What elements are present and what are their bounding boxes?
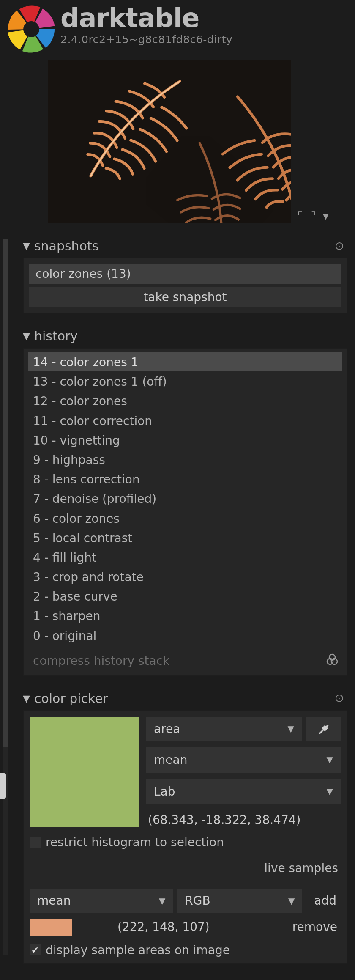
reset-icon[interactable] <box>336 242 343 250</box>
history-item[interactable]: 11 - color correction <box>28 411 342 430</box>
restrict-histogram-checkbox[interactable] <box>30 837 41 848</box>
color-picker-panel: area ▼ mean ▼ Lab ▼ ( <box>23 710 347 964</box>
chevron-down-icon: ▼ <box>288 724 294 734</box>
live-space-value: RGB <box>185 894 210 908</box>
history-header[interactable]: ▼ history <box>13 326 347 348</box>
history-title: history <box>34 329 78 343</box>
restrict-histogram-label: restrict histogram to selection <box>46 835 224 849</box>
picker-space-select[interactable]: Lab ▼ <box>146 779 341 804</box>
app-header: darktable 2.4.0rc2+15~g8c81fd8c6-dirty <box>0 0 355 58</box>
svg-point-0 <box>23 21 39 37</box>
live-sample-add-button[interactable]: add <box>306 894 341 908</box>
display-areas-label: display sample areas on image <box>46 943 230 957</box>
chevron-down-icon: ▼ <box>23 693 30 704</box>
preview-fullscreen-icon[interactable]: ⌜ ⌝ <box>298 210 319 222</box>
picker-mode-select[interactable]: area ▼ <box>146 717 302 741</box>
color-picker-header[interactable]: ▼ color picker <box>13 689 347 710</box>
picker-stat-value: mean <box>154 753 187 767</box>
history-item[interactable]: 14 - color zones 1 <box>28 352 342 371</box>
history-item[interactable]: 5 - local contrast <box>28 528 342 547</box>
app-title: darktable <box>60 5 232 31</box>
live-sample-swatch <box>30 919 72 936</box>
picked-color-swatch <box>30 717 139 827</box>
image-preview[interactable] <box>48 60 291 223</box>
preview-collapse-icon[interactable]: ▾ <box>323 210 328 222</box>
snapshots-header[interactable]: ▼ snapshots <box>13 236 347 258</box>
history-item[interactable]: 13 - color zones 1 (off) <box>28 371 342 391</box>
chevron-down-icon: ▼ <box>159 896 165 906</box>
snapshot-item[interactable]: color zones (13) <box>29 264 341 284</box>
side-expand-handle[interactable] <box>0 773 6 799</box>
snapshots-panel: color zones (13) take snapshot <box>23 258 347 313</box>
history-panel: 14 - color zones 113 - color zones 1 (of… <box>23 348 347 676</box>
live-stat-value: mean <box>37 894 71 908</box>
picker-space-value: Lab <box>154 785 175 799</box>
snapshots-title: snapshots <box>34 239 98 253</box>
history-item[interactable]: 10 - vignetting <box>28 430 342 450</box>
history-item[interactable]: 3 - crop and rotate <box>28 567 342 586</box>
picker-mode-value: area <box>154 722 180 736</box>
history-item[interactable]: 0 - original <box>28 626 342 645</box>
darktable-logo-icon <box>6 4 56 54</box>
color-picker-title: color picker <box>34 691 108 706</box>
picked-color-value: (68.343, -18.322, 38.474) <box>146 810 341 827</box>
picker-stat-select[interactable]: mean ▼ <box>146 747 341 773</box>
live-sample-remove-button[interactable]: remove <box>292 920 341 934</box>
eyedropper-button[interactable] <box>306 717 341 741</box>
history-item[interactable]: 7 - denoise (profiled) <box>28 489 342 508</box>
compress-history-button[interactable]: compress history stack <box>33 654 169 668</box>
chevron-down-icon: ▼ <box>327 786 333 796</box>
live-stat-select[interactable]: mean ▼ <box>30 889 173 913</box>
history-item[interactable]: 6 - color zones <box>28 508 342 528</box>
history-item[interactable]: 1 - sharpen <box>28 606 342 625</box>
live-space-select[interactable]: RGB ▼ <box>177 889 302 913</box>
reset-icon[interactable] <box>336 695 343 702</box>
chevron-down-icon: ▼ <box>23 331 30 341</box>
history-item[interactable]: 12 - color zones <box>28 391 342 410</box>
history-item[interactable]: 9 - highpass <box>28 450 342 469</box>
history-item[interactable]: 2 - base curve <box>28 586 342 606</box>
display-areas-checkbox[interactable]: ✔ <box>30 944 41 955</box>
chevron-down-icon: ▼ <box>23 241 30 251</box>
take-snapshot-button[interactable]: take snapshot <box>29 287 341 307</box>
create-style-icon[interactable] <box>325 653 342 669</box>
live-sample-value: (222, 148, 107) <box>79 920 285 934</box>
chevron-down-icon: ▼ <box>288 896 295 906</box>
history-item[interactable]: 8 - lens correction <box>28 469 342 489</box>
app-version: 2.4.0rc2+15~g8c81fd8c6-dirty <box>60 33 232 46</box>
live-samples-header: live samples <box>30 852 341 878</box>
history-item[interactable]: 4 - fill light <box>28 547 342 567</box>
chevron-down-icon: ▼ <box>327 755 333 765</box>
panel-scrollbar-thumb[interactable] <box>3 239 8 747</box>
